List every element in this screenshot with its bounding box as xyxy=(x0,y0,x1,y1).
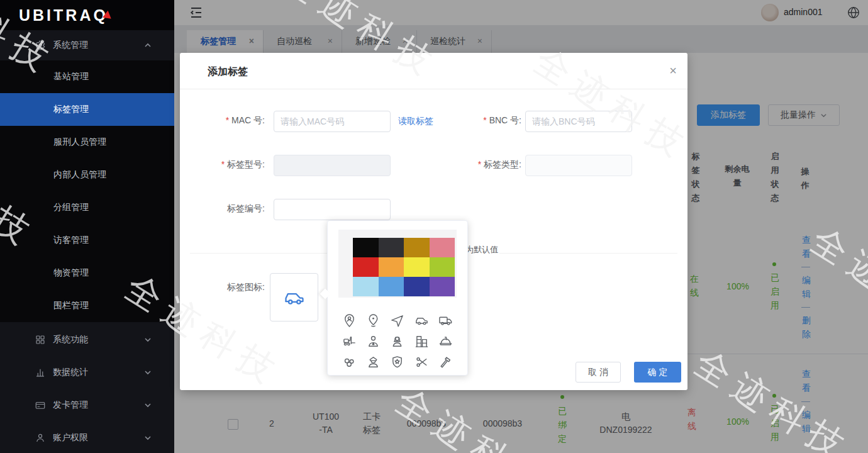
bar-chart-icon xyxy=(35,367,46,378)
sidebar-submenu: 基站管理 标签管理 服刑人员管理 内部人员管理 分组管理 访客管理 物资管理 围… xyxy=(0,60,174,322)
tag-type-label: 标签类型: xyxy=(460,159,521,171)
tag-icon-button[interactable] xyxy=(270,273,318,322)
tag-model-label: 标签型号: xyxy=(198,159,265,171)
app-window: UBITRAQ 系统管理 基站管理 标签管理 服刑人员管理 内部人员管理 分组管… xyxy=(0,0,868,453)
car-icon[interactable] xyxy=(409,310,433,331)
tag-icon-label: 标签图标: xyxy=(202,282,265,293)
sidebar-item-system-functions[interactable]: 系统功能 xyxy=(0,325,174,355)
sidebar-item-data-statistics[interactable]: 数据统计 xyxy=(0,357,174,388)
sidebar-item-asset-management[interactable]: 物资管理 xyxy=(0,257,174,289)
tag-code-input[interactable] xyxy=(274,199,391,220)
sidebar-item-base-station[interactable]: 基站管理 xyxy=(0,60,174,93)
mac-input[interactable] xyxy=(274,111,391,132)
color-swatch[interactable] xyxy=(404,277,430,296)
officer-icon[interactable] xyxy=(361,352,385,372)
logo-area: UBITRAQ xyxy=(0,0,174,30)
navigation-icon[interactable] xyxy=(386,310,409,331)
car-icon xyxy=(283,286,306,309)
color-swatch[interactable] xyxy=(353,257,379,277)
sidebar-item-label: 系统管理 xyxy=(53,40,88,51)
tag-model-input[interactable] xyxy=(274,155,391,176)
tag-type-input[interactable] xyxy=(525,155,632,176)
sidebar-item-inmate-management[interactable]: 服刑人员管理 xyxy=(0,126,174,159)
sidebar-item-account-permissions[interactable]: 账户权限 xyxy=(0,423,174,453)
bnc-label: BNC 号: xyxy=(460,115,521,126)
color-swatch[interactable] xyxy=(379,277,404,296)
woman-icon[interactable] xyxy=(386,331,409,352)
truck-icon[interactable] xyxy=(434,310,458,331)
forklift-icon[interactable] xyxy=(337,331,361,352)
icon-color-picker-popover xyxy=(327,220,468,376)
scissors-icon[interactable] xyxy=(409,352,433,372)
stones-icon[interactable] xyxy=(337,352,361,372)
color-swatch[interactable] xyxy=(430,238,455,257)
confirm-button[interactable]: 确 定 xyxy=(634,362,681,383)
man-icon[interactable] xyxy=(361,331,385,352)
badge-icon[interactable] xyxy=(386,352,409,372)
color-swatch[interactable] xyxy=(430,257,455,277)
chevron-down-icon xyxy=(144,369,152,376)
card-icon xyxy=(35,400,46,411)
sidebar-item-tag-management[interactable]: 标签管理 xyxy=(0,93,174,126)
icon-grid xyxy=(337,310,458,372)
default-value-hint: 为默认值 xyxy=(464,244,499,255)
color-swatch[interactable] xyxy=(404,238,430,257)
chevron-down-icon xyxy=(144,336,152,344)
grid-icon xyxy=(35,334,46,345)
app-logo: UBITRAQ xyxy=(19,6,112,25)
color-palette xyxy=(338,230,457,298)
sidebar-item-card-issuing[interactable]: 发卡管理 xyxy=(0,390,174,420)
dialog-title: 添加标签 xyxy=(208,65,248,79)
user-icon xyxy=(35,432,46,444)
color-swatch[interactable] xyxy=(353,238,379,257)
person-pin-icon[interactable] xyxy=(337,310,361,331)
shelf-icon[interactable] xyxy=(409,331,433,352)
color-swatch[interactable] xyxy=(379,257,404,277)
hammer-icon[interactable] xyxy=(434,352,458,372)
chevron-down-icon xyxy=(144,401,152,409)
chevron-up-icon xyxy=(144,42,152,49)
close-icon[interactable]: × xyxy=(667,64,679,77)
sidebar-item-system-management[interactable]: 系统管理 xyxy=(0,30,174,60)
hard-hat-icon[interactable] xyxy=(434,331,458,352)
logo-text: UBITRAQ xyxy=(19,6,108,24)
sidebar: UBITRAQ 系统管理 基站管理 标签管理 服刑人员管理 内部人员管理 分组管… xyxy=(0,0,174,453)
dialog-header-divider xyxy=(180,89,687,89)
sidebar-item-visitor-management[interactable]: 访客管理 xyxy=(0,224,174,257)
sidebar-item-internal-staff[interactable]: 内部人员管理 xyxy=(0,159,174,191)
sidebar-item-group-management[interactable]: 分组管理 xyxy=(0,191,174,224)
sidebar-item-fence-management[interactable]: 围栏管理 xyxy=(0,289,174,322)
color-swatch[interactable] xyxy=(353,277,379,296)
location-pin-icon[interactable] xyxy=(361,310,385,331)
gear-icon xyxy=(35,40,46,51)
read-tag-link[interactable]: 读取标签 xyxy=(398,116,433,127)
color-swatch[interactable] xyxy=(379,238,404,257)
chevron-down-icon xyxy=(144,434,152,442)
tag-code-label: 标签编号: xyxy=(198,203,265,215)
cancel-button[interactable]: 取 消 xyxy=(576,362,621,383)
bnc-input[interactable] xyxy=(525,111,632,132)
mac-label: MAC 号: xyxy=(198,115,265,126)
color-swatch[interactable] xyxy=(404,257,430,277)
color-swatch[interactable] xyxy=(430,277,455,296)
